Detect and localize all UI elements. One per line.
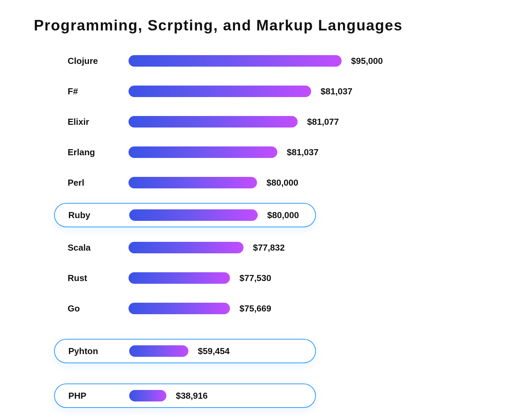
bar-label: Elixir xyxy=(57,117,129,127)
bar-label: F# xyxy=(57,86,129,97)
bar-label: Go xyxy=(57,303,129,314)
bar-value: $81,037 xyxy=(287,147,319,158)
bar-label: Scala xyxy=(57,242,129,253)
bar-label: Rust xyxy=(57,273,129,283)
bar-row: Elixir $81,077 xyxy=(57,112,505,132)
bar-fill xyxy=(129,146,277,158)
bar-label: Pyhton xyxy=(58,346,129,356)
bar-label: Perl xyxy=(57,178,129,188)
bar-fill xyxy=(129,209,258,221)
bar-row: Go $75,669 xyxy=(57,298,505,319)
bar-value: $77,530 xyxy=(239,273,271,283)
bar-row: Rust $77,530 xyxy=(57,268,505,288)
bar-value: $81,077 xyxy=(307,117,339,127)
bar-row: F# $81,037 xyxy=(57,81,505,101)
bar-row: Erlang $81,037 xyxy=(57,142,505,162)
bar-row: Pyhton $59,454 xyxy=(57,339,505,363)
bar-label: Clojure xyxy=(57,56,129,66)
bar-value: $81,037 xyxy=(321,86,352,97)
bar-fill xyxy=(129,303,230,314)
bar-fill xyxy=(129,55,342,67)
bar-value: $80,000 xyxy=(267,210,299,221)
bar-value: $59,454 xyxy=(198,346,230,356)
bar-label: Erlang xyxy=(57,147,129,158)
bar-label: PHP xyxy=(58,391,129,401)
bar-row: Clojure $95,000 xyxy=(57,51,505,71)
bar-value: $38,916 xyxy=(176,391,208,401)
bar-value: $80,000 xyxy=(267,178,298,188)
bar-fill xyxy=(129,390,166,401)
bar-row: Perl $80,000 xyxy=(57,172,505,193)
bar-value: $95,000 xyxy=(351,56,383,66)
bar-fill xyxy=(129,242,244,253)
bar-row: PHP $38,916 xyxy=(57,384,505,408)
bar-fill xyxy=(129,272,230,284)
chart-title: Programming, Scrpting, and Markup Langua… xyxy=(34,17,505,34)
bar-value: $75,669 xyxy=(239,303,271,314)
bar-fill xyxy=(129,345,188,357)
bar-fill xyxy=(129,177,257,188)
bar-fill xyxy=(129,116,298,128)
bar-label: Ruby xyxy=(58,210,129,221)
bar-value: $77,832 xyxy=(253,242,285,253)
bar-row: Ruby $80,000 xyxy=(57,203,505,227)
bar-fill xyxy=(129,86,311,97)
bar-row: Scala $77,832 xyxy=(57,237,505,258)
bar-chart: Clojure $95,000 F# $81,037 Elixir $81,07… xyxy=(34,51,505,408)
